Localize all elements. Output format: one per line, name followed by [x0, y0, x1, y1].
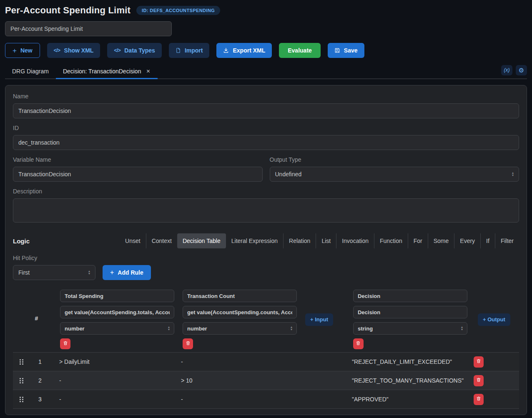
output-type-label: Output Type [270, 156, 519, 163]
plus-icon: + [13, 47, 17, 54]
delete-rule-button[interactable] [474, 375, 484, 386]
evaluate-button[interactable]: Evaluate [279, 43, 321, 58]
select-chevrons-icon: ▴ ▾ [461, 326, 463, 331]
code-icon: </> [54, 48, 60, 53]
trash-icon [63, 340, 68, 347]
select-chevrons-icon: ▴ ▾ [291, 326, 292, 331]
delete-input-button[interactable] [60, 338, 70, 349]
rule-output-cell: "APPROVED" [350, 396, 464, 403]
add-output-button[interactable]: + Output [478, 313, 510, 326]
logic-tab-filter[interactable]: Filter [495, 233, 519, 248]
decision-name-input[interactable] [13, 103, 519, 118]
logic-tab-invocation[interactable]: Invocation [336, 233, 374, 248]
variable-name-input[interactable] [13, 167, 263, 182]
input-type-select[interactable]: number ▴ ▾ [183, 322, 297, 335]
tab-bar: DRG Diagram Decision: TransactionDecisio… [5, 64, 527, 79]
decision-panel: Name ID Variable Name Output Type Undefi… [5, 85, 527, 415]
tab-decision-transactiondecision[interactable]: Decision: TransactionDecision ✕ [56, 64, 158, 79]
gear-icon: ⚙ [519, 67, 524, 73]
logic-tab-if[interactable]: If [480, 233, 495, 248]
download-icon [223, 48, 229, 53]
variable-output-row: Variable Name Output Type Undefined ▴ ▾ [13, 150, 519, 182]
decision-id-input[interactable] [13, 135, 519, 150]
tab-bar-actions: (x) ⚙ [501, 64, 527, 78]
logic-tab-unset[interactable]: Unset [120, 233, 146, 248]
select-chevrons-icon: ▴ ▾ [88, 270, 90, 275]
toolbar: + New </> Show XML </> Data Types Import… [5, 43, 527, 58]
select-chevrons-icon: ▴ ▾ [512, 172, 514, 177]
rule-row-3: 3 - - "APPROVED" [13, 390, 519, 408]
fx-icon: (x) [504, 67, 510, 73]
page-title: Per-Account Spending Limit [5, 5, 130, 16]
logic-tab-literal-expression[interactable]: Literal Expression [226, 233, 283, 248]
save-icon [334, 48, 340, 53]
model-name-input[interactable] [5, 21, 172, 36]
logic-section-header: Logic Unset Context Decision Table Liter… [13, 233, 519, 248]
input-name-field[interactable] [60, 290, 174, 302]
delete-rule-button[interactable] [474, 394, 484, 405]
logic-tab-context[interactable]: Context [146, 233, 177, 248]
data-types-button[interactable]: </> Data Types [107, 43, 162, 58]
tab-drg-diagram[interactable]: DRG Diagram [5, 64, 56, 79]
plus-icon: + [110, 269, 114, 276]
new-button[interactable]: + New [5, 43, 40, 58]
logic-tab-every[interactable]: Every [454, 233, 480, 248]
settings-button[interactable]: ⚙ [516, 65, 527, 75]
input-expression-field[interactable] [60, 306, 174, 318]
close-icon[interactable]: ✕ [146, 68, 150, 74]
rule-number: 3 [23, 396, 57, 403]
logic-tab-relation[interactable]: Relation [283, 233, 316, 248]
output-expression-field[interactable] [353, 306, 467, 318]
input-expression-field[interactable] [183, 306, 297, 318]
output-column: string ▴ ▾ [353, 290, 467, 349]
hit-policy-select[interactable]: First ▴ ▾ [13, 265, 95, 280]
code-icon: </> [114, 48, 120, 53]
drag-handle-icon[interactable] [20, 397, 23, 402]
rule-row-2: 2 - > 10 "REJECT_TOO_MANY_TRANSACTIONS" [13, 371, 519, 390]
variable-name-label: Variable Name [13, 156, 263, 163]
input-type-select[interactable]: number ▴ ▾ [60, 322, 174, 335]
input-name-field[interactable] [183, 290, 297, 302]
input-column-1: number ▴ ▾ [60, 290, 174, 349]
description-textarea[interactable] [13, 198, 519, 223]
logic-tab-for[interactable]: For [408, 233, 428, 248]
id-label: ID [13, 125, 519, 131]
rule-input-cell: > 10 [179, 377, 294, 384]
select-chevrons-icon: ▴ ▾ [168, 326, 170, 331]
add-rule-button[interactable]: + Add Rule [103, 265, 151, 280]
logic-heading: Logic [13, 238, 30, 245]
rules-list: 1 > DailyLimit - "REJECT_DAILY_LIMIT_EXC… [13, 352, 519, 409]
trash-icon [476, 358, 481, 365]
logic-tab-decision-table[interactable]: Decision Table [177, 233, 226, 248]
logic-tab-some[interactable]: Some [428, 233, 454, 248]
rule-input-cell: > DailyLimit [57, 358, 171, 365]
rule-input-cell: - [179, 358, 294, 365]
trash-icon [476, 396, 481, 403]
output-name-field[interactable] [353, 290, 467, 302]
description-label: Description [13, 188, 519, 195]
rule-input-cell: - [57, 377, 171, 384]
name-label: Name [13, 93, 519, 100]
delete-output-button[interactable] [353, 338, 364, 349]
show-xml-button[interactable]: </> Show XML [47, 43, 100, 58]
trash-icon [476, 377, 481, 384]
input-column-2: number ▴ ▾ [183, 290, 297, 349]
export-xml-button[interactable]: Export XML [216, 43, 272, 58]
add-input-button[interactable]: + Input [305, 313, 333, 326]
variables-button[interactable]: (x) [501, 65, 512, 75]
output-type-select[interactable]: string ▴ ▾ [353, 322, 467, 335]
save-button[interactable]: Save [328, 43, 364, 58]
rule-row-1: 1 > DailyLimit - "REJECT_DAILY_LIMIT_EXC… [13, 352, 519, 371]
import-button[interactable]: Import [169, 43, 210, 58]
logic-tab-list[interactable]: List [316, 233, 336, 248]
rule-input-cell: - [57, 396, 171, 403]
logic-tab-function[interactable]: Function [374, 233, 408, 248]
drag-handle-icon[interactable] [20, 359, 23, 365]
output-type-select[interactable]: Undefined ▴ ▾ [270, 167, 519, 182]
delete-input-button[interactable] [183, 338, 193, 349]
trash-icon [356, 340, 361, 347]
delete-rule-button[interactable] [474, 356, 484, 368]
rule-number-header: # [13, 290, 60, 347]
drag-handle-icon[interactable] [20, 378, 23, 383]
page-header: Per-Account Spending Limit ID: DEFS_ACCO… [5, 5, 527, 16]
